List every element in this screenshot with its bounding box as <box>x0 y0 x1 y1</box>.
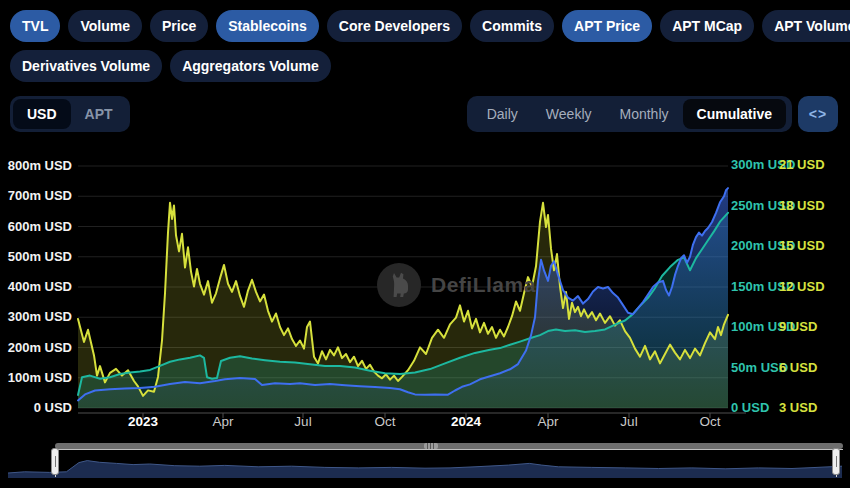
navigator-right-handle[interactable] <box>832 448 840 475</box>
tab-aggregators-volume[interactable]: Aggregators Volume <box>170 50 331 82</box>
y-axis-label-price: 6 USD <box>779 360 817 375</box>
navigator-area <box>8 461 842 478</box>
tab-core-developers[interactable]: Core Developers <box>327 10 462 42</box>
tab-tvl[interactable]: TVL <box>10 10 60 42</box>
y-axis-label-price: 15 USD <box>779 238 825 253</box>
y-axis-label-left: 600m USD <box>0 219 72 234</box>
period-option-monthly[interactable]: Monthly <box>606 99 683 129</box>
tab-volume[interactable]: Volume <box>68 10 142 42</box>
tab-apt-price[interactable]: APT Price <box>562 10 652 42</box>
y-axis-label-price: 3 USD <box>779 400 817 415</box>
right-controls: DailyWeeklyMonthlyCumulative <> <box>467 96 838 132</box>
x-axis-label: Apr <box>537 414 558 429</box>
y-axis-label-left: 200m USD <box>0 340 72 355</box>
y-axis-label-left: 700m USD <box>0 188 72 203</box>
metric-tabs-row1: TVLVolumePriceStablecoinsCore Developers… <box>10 10 850 42</box>
tab-stablecoins[interactable]: Stablecoins <box>216 10 319 42</box>
x-axis-label: Apr <box>212 414 233 429</box>
main-chart[interactable] <box>0 150 850 440</box>
y-axis-label-left: 800m USD <box>0 158 72 173</box>
y-axis-label-left: 300m USD <box>0 309 72 324</box>
tab-price[interactable]: Price <box>150 10 208 42</box>
currency-toggle: USDAPT <box>10 96 130 132</box>
y-axis-label-left: 100m USD <box>0 370 72 385</box>
y-axis-label-price: 12 USD <box>779 279 825 294</box>
y-axis-label-price: 9 USD <box>779 319 817 334</box>
x-axis-label: Jul <box>294 414 311 429</box>
x-axis-label: 2024 <box>451 414 481 429</box>
tab-derivatives-volume[interactable]: Derivatives Volume <box>10 50 162 82</box>
y-axis-label-left: 0 USD <box>0 400 72 415</box>
navigator-chart[interactable] <box>8 450 842 478</box>
metric-tabs-row2: Derivatives VolumeAggregators Volume <box>10 50 331 82</box>
period-option-weekly[interactable]: Weekly <box>532 99 606 129</box>
x-axis-label: Jul <box>620 414 637 429</box>
code-brackets-icon: <> <box>809 106 827 122</box>
chart-controls-row: USDAPT DailyWeeklyMonthlyCumulative <> <box>10 96 838 132</box>
tab-commits[interactable]: Commits <box>470 10 554 42</box>
period-option-cumulative[interactable]: Cumulative <box>683 99 786 129</box>
y-axis-label-stablecoins: 0 USD <box>731 400 769 415</box>
currency-option-apt[interactable]: APT <box>71 99 127 129</box>
currency-option-usd[interactable]: USD <box>13 99 71 129</box>
tab-apt-mcap[interactable]: APT MCap <box>660 10 754 42</box>
y-axis-label-price: 18 USD <box>779 198 825 213</box>
y-axis-label-left: 400m USD <box>0 279 72 294</box>
embed-chart-button[interactable]: <> <box>798 96 838 132</box>
navigator-left-handle[interactable] <box>51 448 59 475</box>
tab-apt-volume[interactable]: APT Volume <box>762 10 850 42</box>
y-axis-label-left: 500m USD <box>0 249 72 264</box>
x-axis-label: Oct <box>699 414 720 429</box>
x-axis-label: Oct <box>374 414 395 429</box>
y-axis-label-price: 21 USD <box>779 157 825 172</box>
x-axis-label: 2023 <box>128 414 158 429</box>
period-option-daily[interactable]: Daily <box>473 99 532 129</box>
period-group: DailyWeeklyMonthlyCumulative <box>467 96 792 132</box>
